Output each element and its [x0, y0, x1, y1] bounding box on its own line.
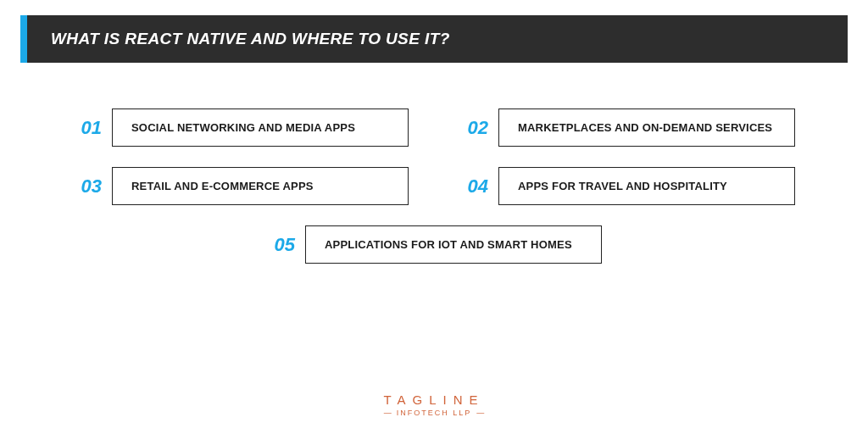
item-number: 02 [459, 117, 488, 139]
item-box: MARKETPLACES AND ON-DEMAND SERVICES [498, 108, 795, 147]
header-accent-bar [20, 15, 27, 63]
item-number: 03 [73, 175, 102, 198]
grid-row: 05 APPLICATIONS FOR IOT AND SMART HOMES [266, 225, 602, 264]
item-label: APPLICATIONS FOR IOT AND SMART HOMES [325, 238, 582, 251]
grid-row: 03 RETAIL AND E-COMMERCE APPS 04 APPS FO… [73, 167, 795, 205]
footer-logo: TAGLINE INFOTECH LLP [0, 392, 868, 417]
item-number: 05 [266, 234, 295, 256]
item-number: 04 [459, 175, 488, 198]
item-label: MARKETPLACES AND ON-DEMAND SERVICES [518, 121, 776, 134]
list-item: 05 APPLICATIONS FOR IOT AND SMART HOMES [266, 225, 602, 264]
page-header: WHAT IS REACT NATIVE AND WHERE TO USE IT… [20, 15, 848, 63]
brand-name: TAGLINE [0, 392, 868, 407]
item-box: APPS FOR TRAVEL AND HOSPITALITY [498, 167, 795, 205]
list-item: 04 APPS FOR TRAVEL AND HOSPITALITY [459, 167, 795, 205]
list-item: 01 SOCIAL NETWORKING AND MEDIA APPS [73, 108, 409, 147]
item-label: APPS FOR TRAVEL AND HOSPITALITY [518, 180, 776, 192]
list-item: 02 MARKETPLACES AND ON-DEMAND SERVICES [459, 108, 795, 147]
item-box: APPLICATIONS FOR IOT AND SMART HOMES [305, 225, 602, 264]
brand-subtitle: INFOTECH LLP [0, 409, 868, 417]
item-box: SOCIAL NETWORKING AND MEDIA APPS [112, 108, 409, 147]
header-bar: WHAT IS REACT NATIVE AND WHERE TO USE IT… [27, 15, 848, 63]
list-item: 03 RETAIL AND E-COMMERCE APPS [73, 167, 409, 205]
item-label: RETAIL AND E-COMMERCE APPS [131, 180, 389, 192]
use-case-grid: 01 SOCIAL NETWORKING AND MEDIA APPS 02 M… [0, 108, 868, 264]
item-number: 01 [73, 117, 102, 139]
grid-row: 01 SOCIAL NETWORKING AND MEDIA APPS 02 M… [73, 108, 795, 147]
item-label: SOCIAL NETWORKING AND MEDIA APPS [131, 121, 389, 134]
item-box: RETAIL AND E-COMMERCE APPS [112, 167, 409, 205]
page-title: WHAT IS REACT NATIVE AND WHERE TO USE IT… [51, 30, 450, 48]
